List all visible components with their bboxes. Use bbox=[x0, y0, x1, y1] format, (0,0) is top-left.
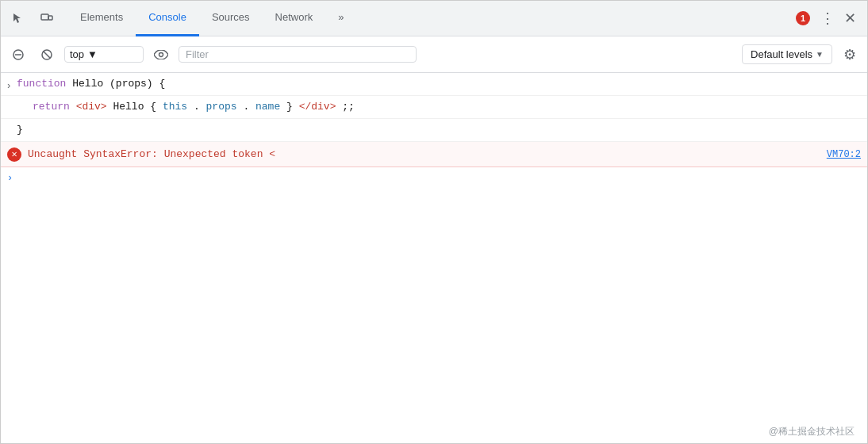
code-line-2: return <div> Hello { this . props . name… bbox=[1, 96, 867, 119]
keyword-return: return bbox=[33, 101, 70, 113]
tab-elements[interactable]: Elements bbox=[67, 1, 136, 36]
context-selector[interactable]: top ▼ bbox=[64, 46, 144, 63]
svg-point-6 bbox=[159, 52, 163, 56]
eye-icon[interactable] bbox=[150, 44, 172, 66]
tab-console[interactable]: Console bbox=[136, 1, 199, 36]
levels-button[interactable]: Default levels ▼ bbox=[742, 44, 832, 64]
device-icon[interactable] bbox=[36, 7, 58, 29]
arrow-right-icon: › bbox=[6, 81, 11, 92]
console-toolbar: top ▼ Default levels ▼ ⚙ bbox=[1, 36, 867, 73]
brace-close: } bbox=[286, 101, 293, 113]
close-icon[interactable]: ✕ bbox=[839, 7, 861, 29]
svg-rect-0 bbox=[41, 14, 48, 20]
tab-bar: Elements Console Sources Network » 1 ⋮ ✕ bbox=[1, 1, 867, 36]
chevron-down-icon: ▼ bbox=[87, 48, 98, 60]
code-text: Hello (props) { bbox=[72, 78, 165, 90]
watermark: @稀土掘金技术社区 bbox=[769, 425, 855, 438]
tab-icons bbox=[7, 7, 67, 29]
clear-console-button[interactable] bbox=[7, 44, 29, 66]
prompt-arrow-icon: › bbox=[7, 173, 13, 184]
block-icon[interactable] bbox=[36, 44, 58, 66]
prop-this: this bbox=[163, 101, 187, 113]
tab-network[interactable]: Network bbox=[263, 1, 326, 36]
filter-input-wrapper bbox=[179, 46, 417, 63]
keyword-function: function bbox=[17, 78, 66, 90]
levels-chevron-icon: ▼ bbox=[816, 50, 824, 59]
error-badge[interactable]: 1 bbox=[789, 11, 816, 25]
code-dot-1: . bbox=[194, 101, 200, 113]
console-output-container: › function Hello (props) { return <div> … bbox=[1, 73, 867, 444]
settings-icon[interactable]: ⚙ bbox=[839, 44, 861, 66]
tag-open: <div> bbox=[76, 101, 107, 113]
code-semicolons: ;; bbox=[342, 101, 355, 113]
error-count: 1 bbox=[796, 11, 810, 25]
input-prompt: › bbox=[1, 167, 867, 189]
code-line-1: › function Hello (props) { bbox=[1, 73, 867, 96]
prop-name: name bbox=[255, 101, 280, 113]
console-output: › function Hello (props) { return <div> … bbox=[1, 73, 867, 444]
filter-input[interactable] bbox=[186, 48, 409, 60]
error-source[interactable]: VM70:2 bbox=[827, 149, 861, 160]
context-label: top bbox=[70, 48, 84, 60]
code-dot-2: . bbox=[243, 101, 249, 113]
prop-props: props bbox=[206, 101, 237, 113]
tab-more[interactable]: » bbox=[325, 1, 356, 36]
error-line: ✕ Uncaught SyntaxError: Unexpected token… bbox=[1, 142, 867, 167]
tab-sources[interactable]: Sources bbox=[199, 1, 263, 36]
tag-close: </div> bbox=[299, 101, 336, 113]
error-icon: ✕ bbox=[7, 147, 21, 162]
svg-rect-1 bbox=[48, 16, 52, 20]
code-text-3: Hello bbox=[113, 101, 150, 113]
brace-open: { bbox=[150, 101, 156, 113]
closing-brace: } bbox=[17, 124, 23, 136]
code-line-3: } bbox=[1, 119, 867, 142]
svg-line-5 bbox=[44, 51, 51, 58]
more-options-icon[interactable]: ⋮ bbox=[816, 7, 839, 29]
cursor-icon[interactable] bbox=[7, 7, 29, 29]
error-message: Uncaught SyntaxError: Unexpected token < bbox=[28, 148, 827, 160]
